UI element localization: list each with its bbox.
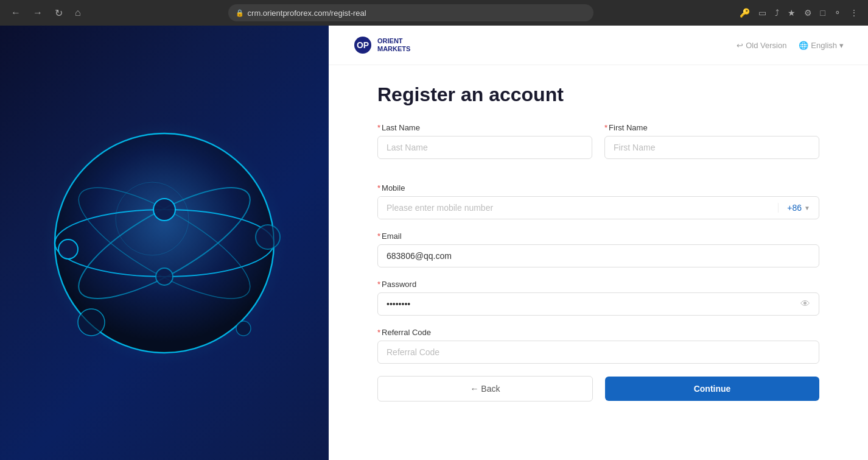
- mobile-input[interactable]: [378, 197, 778, 219]
- lock-icon: 🔒: [236, 9, 244, 17]
- svg-point-9: [78, 309, 105, 336]
- back-nav-button[interactable]: ←: [7, 5, 24, 21]
- svg-point-6: [156, 268, 173, 285]
- browser-chrome: ← → ↻ ⌂ 🔒 crm.orientproforex.com/regist-…: [0, 0, 868, 26]
- svg-point-5: [153, 199, 175, 221]
- mobile-group: * Mobile +86 ▼: [377, 183, 819, 219]
- nav-actions: ↩ Old Version 🌐 English ▾: [737, 41, 844, 50]
- form-area: Register an account * Last Name * First …: [329, 65, 868, 460]
- svg-point-7: [58, 239, 78, 259]
- brand-logo-text: ORIENT MARKETS: [377, 37, 410, 53]
- sphere-container: [0, 26, 329, 460]
- url-text: crm.orientproforex.com/regist-real: [248, 9, 366, 18]
- last-name-input[interactable]: [377, 136, 592, 159]
- referral-required-star: *: [377, 328, 380, 337]
- page-container: OP ORIENT MARKETS ↩ Old Version 🌐 Englis…: [0, 26, 868, 460]
- country-code-value: +86: [787, 203, 802, 213]
- logo-area: OP ORIENT MARKETS: [353, 35, 410, 55]
- refresh-nav-button[interactable]: ↻: [51, 5, 66, 21]
- password-label: * Password: [377, 280, 819, 289]
- right-panel: OP ORIENT MARKETS ↩ Old Version 🌐 Englis…: [329, 26, 868, 460]
- forward-nav-button[interactable]: →: [29, 5, 46, 21]
- back-button[interactable]: ← Back: [377, 376, 593, 402]
- referral-code-group: * Referral Code: [377, 328, 819, 364]
- first-name-group: * First Name: [604, 123, 819, 159]
- star-icon[interactable]: ★: [785, 5, 798, 20]
- share-icon[interactable]: ⤴: [772, 5, 782, 20]
- browser-actions: 🔑 ▭ ⤴ ★ ⚙ □ ⚬ ⋮: [737, 5, 861, 20]
- language-selector[interactable]: 🌐 English ▾: [799, 41, 844, 50]
- buttons-row: ← Back Continue: [377, 376, 819, 402]
- name-row: * Last Name * First Name: [377, 123, 819, 171]
- home-nav-button[interactable]: ⌂: [71, 5, 85, 21]
- mobile-label: * Mobile: [377, 183, 819, 193]
- last-name-group: * Last Name: [377, 123, 592, 159]
- svg-point-8: [256, 225, 280, 249]
- menu-icon[interactable]: ⋮: [847, 5, 861, 20]
- globe-icon: 🌐: [799, 41, 808, 50]
- continue-button[interactable]: Continue: [605, 377, 819, 401]
- sphere-illustration: [18, 97, 310, 389]
- email-input[interactable]: [377, 244, 819, 267]
- country-code-selector[interactable]: +86 ▼: [778, 203, 819, 213]
- brand-logo-icon: OP: [353, 35, 373, 55]
- referral-code-label: * Referral Code: [377, 328, 819, 337]
- email-required-star: *: [377, 232, 380, 241]
- country-code-chevron-icon: ▼: [804, 205, 810, 211]
- email-label: * Email: [377, 232, 819, 241]
- left-panel: [0, 26, 329, 460]
- password-group: * Password 👁︎: [377, 280, 819, 316]
- first-name-input[interactable]: [604, 136, 819, 159]
- password-input[interactable]: [378, 293, 792, 315]
- first-name-label: * First Name: [604, 123, 819, 132]
- key-icon[interactable]: 🔑: [737, 5, 752, 20]
- last-name-required-star: *: [377, 123, 380, 132]
- page-title: Register an account: [377, 83, 819, 106]
- password-required-star: *: [377, 280, 380, 289]
- old-version-link[interactable]: ↩ Old Version: [737, 41, 786, 50]
- svg-text:OP: OP: [357, 40, 369, 50]
- window-icon[interactable]: □: [818, 5, 828, 20]
- cast-icon[interactable]: ▭: [756, 5, 769, 20]
- mobile-required-star: *: [377, 183, 380, 193]
- first-name-required-star: *: [604, 123, 607, 132]
- password-input-wrapper: 👁︎: [377, 292, 819, 316]
- address-bar[interactable]: 🔒 crm.orientproforex.com/regist-real: [228, 4, 593, 21]
- eye-toggle-icon[interactable]: 👁︎: [792, 299, 819, 310]
- top-navbar: OP ORIENT MARKETS ↩ Old Version 🌐 Englis…: [329, 26, 868, 65]
- email-group: * Email: [377, 232, 819, 267]
- mobile-input-wrapper: +86 ▼: [377, 196, 819, 219]
- language-chevron-icon: ▾: [839, 41, 844, 50]
- last-name-label: * Last Name: [377, 123, 592, 132]
- referral-code-input[interactable]: [377, 341, 819, 364]
- svg-point-10: [236, 321, 251, 336]
- puzzle-icon[interactable]: ⚙: [802, 5, 814, 20]
- old-version-arrow-icon: ↩: [737, 41, 743, 50]
- profile-icon[interactable]: ⚬: [831, 5, 844, 20]
